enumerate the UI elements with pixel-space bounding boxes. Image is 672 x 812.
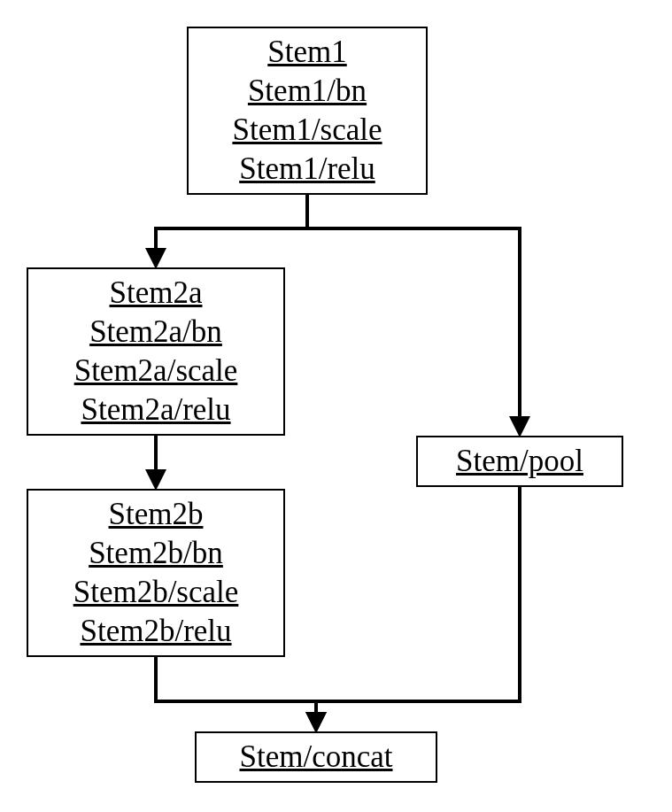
node-stem2b-line: Stem2b/scale [73, 573, 239, 612]
node-stempool: Stem/pool [416, 436, 623, 487]
node-stem1-line: Stem1/relu [239, 150, 375, 189]
node-stem2b: Stem2bStem2b/bnStem2b/scaleStem2b/relu [27, 489, 285, 657]
node-stem1-line: Stem1/scale [232, 111, 382, 150]
node-stem2b-line: Stem2b [109, 495, 204, 534]
node-stem2b-line: Stem2b/bn [89, 534, 223, 573]
node-stem1-line: Stem1/bn [248, 72, 367, 111]
edge-stempool-to-stemconcat [316, 487, 520, 730]
node-stem2a-line: Stem2a [110, 274, 203, 313]
node-stempool-line: Stem/pool [456, 442, 583, 481]
edge-stem2b-to-stemconcat [156, 657, 316, 730]
edge-stem1-to-stempool [307, 195, 520, 434]
node-stemconcat-line: Stem/concat [239, 738, 392, 777]
node-stem1-line: Stem1 [267, 33, 346, 72]
node-stem2b-line: Stem2b/relu [80, 612, 231, 651]
edge-stem1-to-stem2a [156, 195, 307, 266]
node-stem2a: Stem2aStem2a/bnStem2a/scaleStem2a/relu [27, 267, 285, 436]
node-stemconcat: Stem/concat [195, 731, 437, 783]
node-stem2a-line: Stem2a/relu [81, 391, 230, 429]
node-stem2a-line: Stem2a/bn [89, 313, 222, 352]
node-stem1: Stem1Stem1/bnStem1/scaleStem1/relu [187, 27, 428, 195]
node-stem2a-line: Stem2a/scale [74, 352, 238, 391]
